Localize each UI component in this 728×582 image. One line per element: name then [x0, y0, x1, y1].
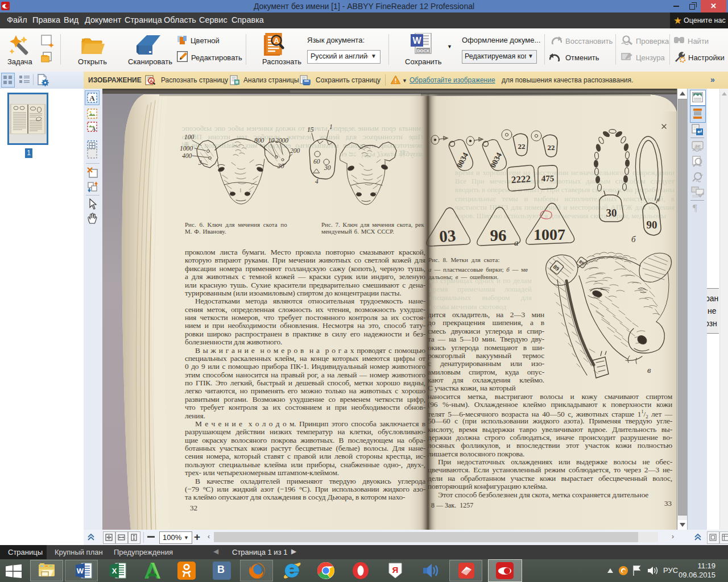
- svg-text:0034: 0034: [489, 151, 503, 169]
- svg-text:в: в: [647, 365, 651, 375]
- svg-text:а: а: [514, 238, 519, 247]
- svg-text:15: 15: [307, 126, 314, 133]
- svg-text:!: !: [395, 77, 397, 84]
- svg-text:60: 60: [313, 158, 320, 165]
- svg-text:90: 90: [647, 219, 657, 231]
- svg-text:б: б: [631, 235, 636, 244]
- svg-text:4: 4: [315, 178, 318, 185]
- svg-text:W: W: [77, 567, 84, 575]
- svg-text:400: 400: [182, 152, 192, 159]
- svg-text:30: 30: [277, 163, 284, 169]
- svg-text:A: A: [274, 36, 279, 45]
- svg-text:22: 22: [548, 143, 555, 152]
- svg-text:03: 03: [439, 226, 456, 246]
- svg-text:100: 100: [184, 134, 195, 140]
- svg-text:Я: Я: [392, 565, 399, 575]
- svg-text:1: 1: [329, 123, 333, 130]
- svg-text:DOCX: DOCX: [417, 48, 429, 53]
- svg-text:W: W: [412, 36, 421, 45]
- svg-text:1007: 1007: [533, 226, 565, 243]
- svg-text:2000: 2000: [275, 137, 288, 144]
- svg-text:475: 475: [541, 174, 555, 183]
- svg-text:96: 96: [490, 226, 507, 244]
- svg-text:A: A: [150, 78, 154, 84]
- svg-text:30: 30: [324, 164, 331, 171]
- svg-text:A: A: [92, 126, 96, 132]
- svg-text:200: 200: [290, 147, 300, 154]
- svg-text:ae: ae: [694, 142, 701, 149]
- svg-text:2222: 2222: [511, 173, 531, 185]
- svg-text:30: 30: [606, 207, 617, 219]
- svg-text:A: A: [89, 94, 95, 102]
- svg-text:1000: 1000: [180, 145, 193, 152]
- svg-text:X: X: [112, 567, 117, 575]
- svg-text:22: 22: [518, 142, 526, 151]
- svg-text:0034: 0034: [455, 151, 470, 169]
